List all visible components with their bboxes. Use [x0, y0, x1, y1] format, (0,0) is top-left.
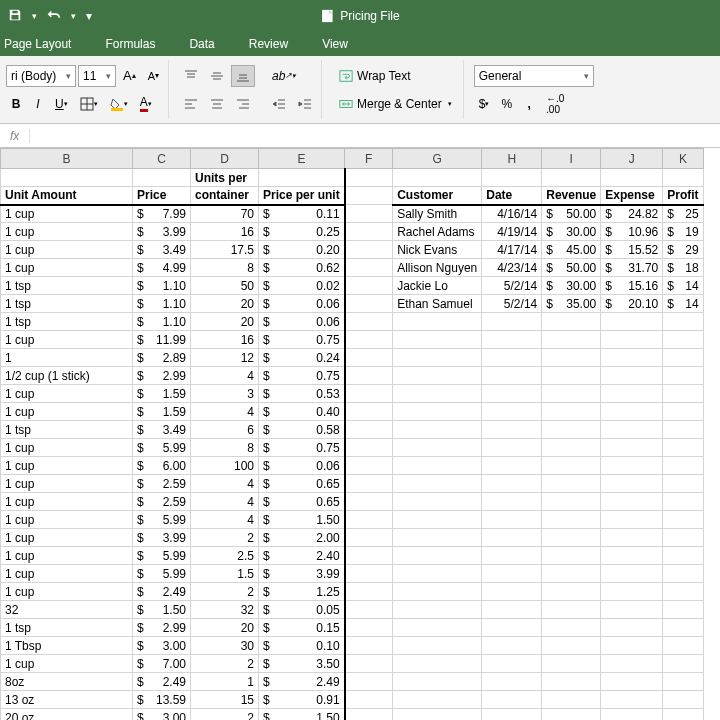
- table-row: 1 cup 7.99 70 0.11 Sally Smith 4/16/14 5…: [1, 205, 704, 223]
- currency-button[interactable]: $▾: [474, 93, 495, 115]
- tab-data[interactable]: Data: [189, 37, 214, 51]
- table-row: 1 cup 5.99 8 0.75: [1, 439, 704, 457]
- align-middle-button[interactable]: [205, 65, 229, 87]
- customize-icon[interactable]: ▾: [86, 9, 92, 23]
- worksheet[interactable]: BCDEF GHIJK Units per Unit Amount Price …: [0, 148, 720, 720]
- increase-decimal-button[interactable]: ←.0.00: [541, 93, 569, 115]
- svg-rect-0: [322, 10, 333, 22]
- undo-icon[interactable]: [47, 8, 61, 25]
- align-right-button[interactable]: [231, 93, 255, 115]
- font-size-combo[interactable]: 11▾: [78, 65, 116, 87]
- tab-page-layout[interactable]: Page Layout: [4, 37, 71, 51]
- italic-button[interactable]: I: [28, 93, 48, 115]
- table-row: 1 tsp 3.49 6 0.58: [1, 421, 704, 439]
- table-row: 1 Tbsp 3.00 30 0.10: [1, 637, 704, 655]
- table-row: 1 cup 3.49 17.5 0.20 Nick Evans 4/17/14 …: [1, 241, 704, 259]
- fill-color-button[interactable]: ▾: [105, 93, 133, 115]
- align-bottom-button[interactable]: [231, 65, 255, 87]
- number-group: General▾ $▾ % , ←.0.00: [470, 60, 598, 119]
- decrease-font-button[interactable]: A▾: [143, 65, 164, 87]
- orientation-button[interactable]: ab↗▾: [267, 65, 301, 87]
- increase-indent-button[interactable]: [293, 93, 317, 115]
- table-row: 1 cup 5.99 4 1.50: [1, 511, 704, 529]
- table-row: 32 1.50 32 0.05: [1, 601, 704, 619]
- table-row: 1 cup 2.59 4 0.65: [1, 493, 704, 511]
- dropdown-icon[interactable]: ▾: [32, 11, 37, 21]
- bold-button[interactable]: B: [6, 93, 26, 115]
- table-row: 1 cup 5.99 2.5 2.40: [1, 547, 704, 565]
- table-row: 1 cup 1.59 4 0.40: [1, 403, 704, 421]
- wrap-text-button[interactable]: Wrap Text: [332, 65, 418, 87]
- align-center-button[interactable]: [205, 93, 229, 115]
- table-row: 1 tsp 1.10 20 0.06: [1, 313, 704, 331]
- tab-view[interactable]: View: [322, 37, 348, 51]
- number-format-combo[interactable]: General▾: [474, 65, 594, 87]
- font-name-combo[interactable]: ri (Body)▾: [6, 65, 76, 87]
- ribbon: ri (Body)▾ 11▾ A▴ A▾ B I U▾ ▾ ▾ A▾ ab↗▾: [0, 56, 720, 124]
- merge-center-button[interactable]: Merge & Center▾: [332, 93, 459, 115]
- font-group: ri (Body)▾ 11▾ A▴ A▾ B I U▾ ▾ ▾ A▾: [2, 60, 169, 119]
- table-row: 1 cup 2.49 2 1.25: [1, 583, 704, 601]
- table-row: 1 cup 3.99 16 0.25 Rachel Adams 4/19/14 …: [1, 223, 704, 241]
- percent-button[interactable]: %: [496, 93, 517, 115]
- tab-review[interactable]: Review: [249, 37, 288, 51]
- table-row: 1 cup 1.59 3 0.53: [1, 385, 704, 403]
- table-row: 1 cup 5.99 1.5 3.99: [1, 565, 704, 583]
- underline-button[interactable]: U▾: [50, 93, 73, 115]
- dropdown-icon[interactable]: ▾: [71, 11, 76, 21]
- table-row: 13 oz 13.59 15 0.91: [1, 691, 704, 709]
- comma-button[interactable]: ,: [519, 93, 539, 115]
- table-row: 1 cup 2.59 4 0.65: [1, 475, 704, 493]
- formula-bar: fx: [0, 124, 720, 148]
- table-row: 1 tsp 1.10 20 0.06 Ethan Samuel 5/2/14 3…: [1, 295, 704, 313]
- titlebar: ▾ ▾ ▾ Pricing File: [0, 0, 720, 32]
- save-icon[interactable]: [8, 8, 22, 25]
- increase-font-button[interactable]: A▴: [118, 65, 141, 87]
- fx-label: fx: [0, 129, 30, 143]
- table-row: 1 cup 7.00 2 3.50: [1, 655, 704, 673]
- tab-formulas[interactable]: Formulas: [105, 37, 155, 51]
- table-row: 1 tsp 2.99 20 0.15: [1, 619, 704, 637]
- table-row: 1 tsp 1.10 50 0.02 Jackie Lo 5/2/14 30.0…: [1, 277, 704, 295]
- font-color-button[interactable]: A▾: [135, 93, 157, 115]
- formula-input[interactable]: [30, 125, 720, 147]
- table-row: 1/2 cup (1 stick) 2.99 4 0.75: [1, 367, 704, 385]
- table-row: 1 2.89 12 0.24: [1, 349, 704, 367]
- wrap-merge-group: Wrap Text Merge & Center▾: [328, 60, 464, 119]
- alignment-group: ab↗▾: [175, 60, 322, 119]
- align-left-button[interactable]: [179, 93, 203, 115]
- table-row: 8oz 2.49 1 2.49: [1, 673, 704, 691]
- table-row: 1 cup 4.99 8 0.62 Allison Nguyen 4/23/14…: [1, 259, 704, 277]
- ribbon-tabs: Page Layout Formulas Data Review View: [0, 32, 720, 56]
- table-row: 1 cup 6.00 100 0.06: [1, 457, 704, 475]
- table-row: 1 cup 3.99 2 2.00: [1, 529, 704, 547]
- window-title: Pricing File: [320, 9, 399, 23]
- quick-access-toolbar: ▾ ▾ ▾: [8, 8, 92, 25]
- svg-rect-4: [111, 108, 123, 111]
- align-top-button[interactable]: [179, 65, 203, 87]
- border-button[interactable]: ▾: [75, 93, 103, 115]
- svg-rect-29: [340, 70, 352, 81]
- decrease-indent-button[interactable]: [267, 93, 291, 115]
- table-row: 1 cup 11.99 16 0.75: [1, 331, 704, 349]
- table-row: 20 oz 3.00 2 1.50: [1, 709, 704, 721]
- excel-file-icon: [320, 9, 334, 23]
- column-headers[interactable]: BCDEF GHIJK: [1, 149, 704, 169]
